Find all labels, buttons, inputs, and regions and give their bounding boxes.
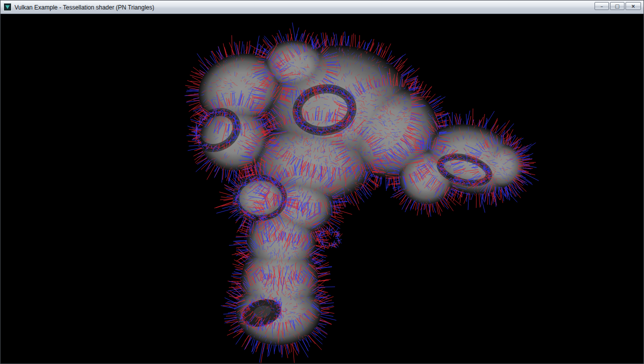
maximize-button[interactable]: □ bbox=[610, 2, 624, 10]
app-window: Vulkan Example - Tessellation shader (PN… bbox=[0, 0, 644, 364]
window-title: Vulkan Example - Tessellation shader (PN… bbox=[14, 4, 154, 11]
window-icon bbox=[4, 3, 12, 11]
render-canvas[interactable] bbox=[0, 14, 644, 364]
minimize-button[interactable]: – bbox=[594, 2, 609, 10]
window-controls: – □ × bbox=[594, 2, 641, 10]
render-viewport bbox=[0, 14, 644, 364]
close-button[interactable]: × bbox=[626, 2, 641, 10]
titlebar[interactable]: Vulkan Example - Tessellation shader (PN… bbox=[0, 0, 644, 14]
